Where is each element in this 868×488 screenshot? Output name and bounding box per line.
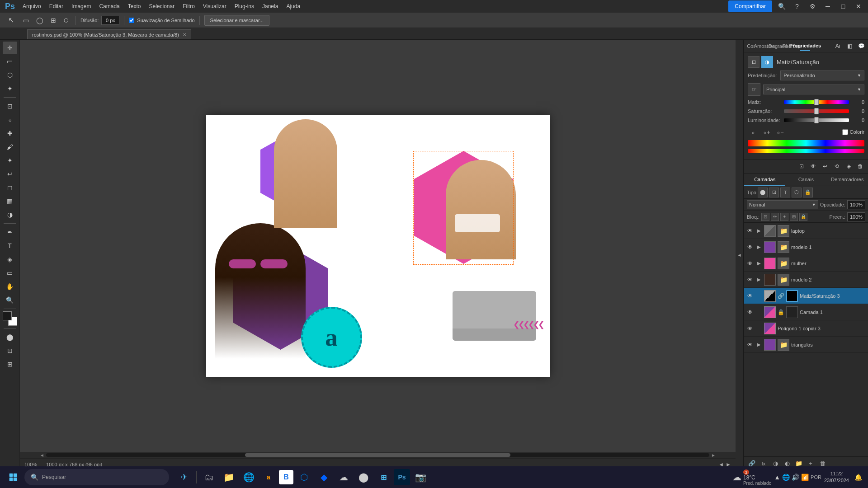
amostras-tab[interactable]: Amostras (760, 41, 769, 51)
rect-select-btn[interactable]: ▭ (21, 15, 31, 25)
matiz-slider[interactable] (784, 100, 849, 104)
lock-move-btn[interactable]: 🔒 (799, 213, 807, 221)
taskbar-files-btn[interactable]: 🗂 (199, 468, 218, 487)
prop-adj-icon[interactable]: ⊡ (748, 56, 760, 68)
pa-btn1[interactable]: ⊡ (797, 161, 807, 171)
pa-btn5[interactable]: ◈ (844, 161, 854, 171)
quick-mask-tool[interactable]: ⬤ (3, 331, 17, 343)
shape-tool[interactable]: ▭ (3, 267, 17, 279)
taskbar-amazon-btn[interactable]: a (259, 468, 278, 487)
marquee-tool[interactable]: ▭ (3, 55, 17, 68)
move-tool[interactable]: ✛ (3, 42, 17, 54)
eyedropper-tool[interactable]: ⬦ (3, 113, 17, 126)
menu-texto[interactable]: Texto (124, 1, 145, 11)
menu-editar[interactable]: Editar (46, 1, 67, 11)
weather-widget[interactable]: ☁ 1 18°C Pred. nublado (732, 469, 771, 486)
filter-icon5[interactable]: 🔒 (803, 188, 813, 197)
eraser-tool[interactable]: ◻ (3, 181, 17, 194)
channel-dropdown[interactable]: Principal ▼ (763, 84, 864, 94)
help-button[interactable]: ? (791, 0, 803, 12)
select-mask-button[interactable]: Selecionar e mascarar... (204, 15, 270, 26)
arrow-tool-btn[interactable]: ↖ (4, 14, 18, 27)
layer-expand-poligono[interactable] (756, 325, 762, 332)
filter-icon1[interactable]: ⬤ (758, 188, 768, 197)
layer-expand-modelo1[interactable]: ▶ (756, 244, 762, 250)
taskbar-cloud-btn[interactable]: ☁ (334, 468, 353, 487)
pen-tool[interactable]: ✒ (3, 226, 17, 239)
color-swatches[interactable] (3, 311, 17, 326)
pa-btn2[interactable]: 👁 (808, 161, 818, 171)
saturacao-thumb[interactable] (814, 108, 819, 114)
predefinicao-dropdown[interactable]: Personalizado ▼ (780, 70, 864, 80)
layer-vis-matiz3[interactable]: 👁 (746, 292, 754, 300)
taskbar-dropbox-btn[interactable]: ◆ (314, 468, 333, 487)
canvas-hscroll-track[interactable] (46, 453, 709, 457)
lock-all-btn[interactable]: + (780, 213, 788, 221)
maximize-button[interactable]: □ (837, 0, 849, 12)
menu-filtro[interactable]: Filtro (179, 1, 198, 11)
menu-janela[interactable]: Janela (259, 1, 282, 11)
layer-matiz3[interactable]: 👁 🔗 Matiz/Saturação 3 (744, 288, 868, 304)
gradient-tool[interactable]: ▦ (3, 195, 17, 207)
panel-collapse-btn[interactable]: ◄ (736, 40, 744, 470)
crop-tool[interactable]: ⊡ (3, 100, 17, 113)
layer-expand-mulher[interactable]: ▶ (756, 260, 762, 267)
preen-input[interactable] (847, 212, 865, 221)
layer-vis-triangulos[interactable]: 👁 (746, 341, 754, 349)
lock-pos-btn[interactable]: ✏ (771, 213, 779, 221)
opacity-input[interactable] (847, 200, 865, 209)
layer-vis-poligono[interactable]: 👁 (746, 324, 754, 333)
brush-tool[interactable]: 🖌 (3, 141, 17, 153)
burn-tool[interactable]: ◑ (3, 208, 17, 221)
canvas-inner[interactable]: a ❮❮❮❮❮❮ (20, 40, 736, 452)
document-tab[interactable]: rostinhos.psd @ 100% (Matiz/Saturação 3,… (27, 29, 191, 39)
hand-tool[interactable]: ✋ (3, 280, 17, 293)
layer-expand-triangulos[interactable]: ▶ (756, 342, 762, 348)
camadas-tab[interactable]: Camadas (744, 174, 785, 186)
lock-px-btn[interactable]: ⊡ (761, 213, 769, 221)
settings-button[interactable]: ⚙ (807, 0, 818, 12)
saturacao-slider[interactable] (784, 109, 849, 113)
propriedades-tab[interactable]: Propriedades (800, 41, 810, 51)
clone-tool[interactable]: ✦ (3, 154, 17, 167)
screen-mode-tool[interactable]: ⊡ (3, 344, 17, 357)
layer-laptop[interactable]: 👁 ▶ 📁 laptop (744, 223, 868, 239)
quick-mask-btn[interactable]: ⬡ (61, 15, 71, 25)
luminosidade-slider[interactable] (784, 118, 849, 122)
path-tool[interactable]: ◈ (3, 253, 17, 266)
start-button[interactable] (4, 468, 23, 487)
colorir-checkbox[interactable] (842, 129, 848, 135)
transform-btn[interactable]: ⊞ (48, 15, 58, 25)
layer-triangulos[interactable]: 👁 ▶ 📁 triangulos (744, 337, 868, 353)
prop-mask-icon[interactable]: ◑ (761, 56, 773, 68)
share-button[interactable]: Compartilhar (728, 0, 772, 12)
layer-modelo2[interactable]: 👁 ▶ 📁 modelo 2 (744, 272, 868, 288)
search-button[interactable]: 🔍 (776, 0, 788, 12)
menu-visualizar[interactable]: Visualizar (199, 1, 230, 11)
filter-icon2[interactable]: ⊡ (769, 188, 779, 197)
pa-btn3[interactable]: ↩ (820, 161, 830, 171)
circle-select-btn[interactable]: ◯ (34, 15, 46, 25)
scroll-right-btn[interactable]: ► (709, 453, 717, 458)
zoom-tool[interactable]: 🔍 (3, 294, 17, 306)
blend-mode-dropdown[interactable]: Normal ▼ (747, 200, 818, 209)
history-tool[interactable]: ↩ (3, 168, 17, 180)
wifi-icon[interactable]: 📶 (801, 474, 809, 481)
panel-icon-b[interactable]: ◧ (844, 41, 854, 51)
layer-vis-laptop[interactable]: 👁 (746, 227, 754, 235)
filter-icon3[interactable]: T (780, 188, 790, 197)
degrade-tab[interactable]: Degradê (773, 41, 783, 51)
menu-ajuda[interactable]: Ajuda (283, 1, 304, 11)
taskbar-vs-btn[interactable]: ⬡ (294, 468, 313, 487)
layer-modelo1[interactable]: 👁 ▶ 📁 modelo 1 (744, 239, 868, 255)
layer-vis-mulher[interactable]: 👁 (746, 259, 754, 267)
channel-eyedropper[interactable]: ☞ (748, 83, 760, 96)
lock-art-btn[interactable]: ⊞ (790, 213, 798, 221)
taskbar-win-btn[interactable]: ⊞ (374, 468, 393, 487)
eyedropper-remove-btn[interactable]: ⬦− (775, 127, 786, 137)
eyedropper-main-btn[interactable]: ⬦+ (761, 127, 772, 137)
taskbar-widget-btn[interactable]: ✈ (175, 468, 193, 487)
lasso-tool[interactable]: ⬡ (3, 69, 17, 81)
volume-icon[interactable]: 🔊 (792, 474, 799, 481)
layer-vis-modelo1[interactable]: 👁 (746, 243, 754, 251)
